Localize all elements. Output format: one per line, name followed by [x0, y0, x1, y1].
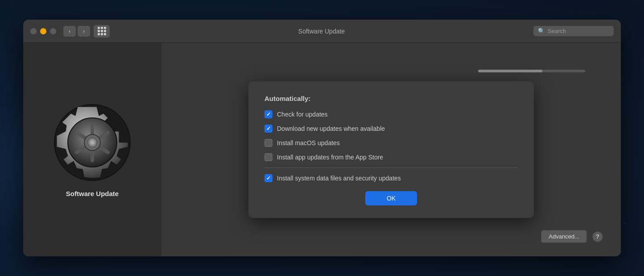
checkbox-install-app[interactable] [264, 153, 272, 161]
checkbox-install-macos[interactable] [264, 139, 272, 147]
back-button[interactable]: ‹ [63, 26, 76, 37]
modal-overlay: Automatically: ✓ Check for updates ✓ Do [161, 43, 621, 256]
checkbox-label-install-macos: Install macOS updates [277, 139, 340, 146]
modal-footer: OK [264, 191, 518, 205]
checkmark-icon-3: ✓ [266, 176, 271, 181]
traffic-lights [30, 28, 56, 34]
forward-icon: › [83, 28, 85, 34]
checkmark-icon-2: ✓ [266, 126, 271, 131]
ok-button[interactable]: OK [365, 191, 417, 205]
checkbox-item-check-updates: ✓ Check for updates [264, 110, 518, 118]
checkbox-item-install-security: ✓ Install system data files and security… [264, 174, 518, 182]
search-box[interactable]: 🔍 Search [533, 26, 614, 36]
modal-divider [264, 167, 518, 168]
checkbox-label-download-updates: Download new updates when available [277, 125, 385, 132]
titlebar: ‹ › Software Update 🔍 Search [23, 20, 621, 43]
checkbox-label-check-updates: Check for updates [277, 111, 328, 118]
main-window: ‹ › Software Update 🔍 Search [23, 20, 621, 256]
nav-buttons: ‹ › [63, 26, 90, 37]
window-title: Software Update [110, 28, 533, 35]
modal-dialog: Automatically: ✓ Check for updates ✓ Do [248, 81, 534, 218]
checkbox-item-install-app: Install app updates from the App Store [264, 153, 518, 161]
sidebar-app-name: Software Update [66, 190, 119, 197]
search-icon: 🔍 [538, 28, 545, 34]
grid-view-button[interactable] [94, 25, 110, 38]
close-button[interactable] [30, 28, 37, 34]
modal-section-label: Automatically: [264, 95, 518, 102]
checkbox-label-install-security: Install system data files and security u… [277, 175, 401, 182]
right-panel: Advanced... ? Automatically: ✓ Check for… [161, 43, 621, 256]
grid-icon [98, 27, 106, 35]
checkbox-download-updates[interactable]: ✓ [264, 125, 272, 133]
main-content: Software Update Advanced... ? Automatica… [23, 43, 621, 256]
minimize-button[interactable] [40, 28, 46, 34]
sidebar: Software Update [23, 43, 161, 256]
search-input[interactable]: Search [548, 28, 566, 34]
svg-point-7 [90, 140, 95, 145]
checkbox-label-install-app: Install app updates from the App Store [277, 154, 383, 161]
forward-button[interactable]: › [78, 26, 90, 37]
checkmark-icon: ✓ [266, 112, 271, 117]
app-icon [52, 102, 132, 183]
checkbox-item-download-updates: ✓ Download new updates when available [264, 125, 518, 133]
checkbox-check-updates[interactable]: ✓ [264, 110, 272, 118]
checkbox-item-install-macos: Install macOS updates [264, 139, 518, 147]
back-icon: ‹ [69, 28, 70, 34]
maximize-button[interactable] [50, 28, 56, 34]
checkbox-install-security[interactable]: ✓ [264, 174, 272, 182]
